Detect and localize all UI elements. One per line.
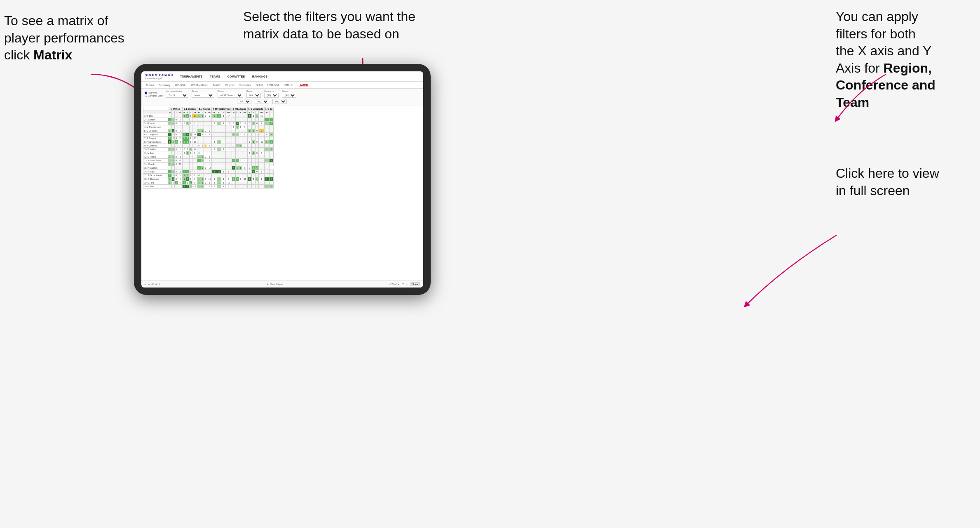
filter-division-select[interactable]: NCAA Division I [218,93,243,98]
tab-players-summary[interactable]: Summary [238,83,252,87]
matrix-cell [178,185,183,189]
filter-region-select-2[interactable]: N/A [237,99,251,104]
filter-players-select-2[interactable]: (All) [272,99,287,104]
toolbar-expand-icon[interactable]: ⤢ [406,283,408,285]
matrix-cell [269,137,273,140]
nav-committee[interactable]: COMMITTEE [226,74,246,79]
matrix-cell: 0 [178,174,183,177]
matrix-cell [269,129,273,133]
table-row: 8. P Summerhays512-40220-1601010-1312 [143,140,274,144]
tab-summary[interactable]: Summary [157,83,171,87]
matrix-container[interactable]: 1. W Ding 2. L Clanton 3. J Koivun 4. M … [141,106,423,280]
toolbar-link[interactable]: 🔗 [151,283,154,285]
matrix-cell: 1 [171,122,175,125]
matrix-cell: 8 [225,170,232,174]
matrix-cell: 1 [171,170,175,174]
matrix-cell: 2 [189,181,192,185]
matrix-cell [201,118,204,122]
filter-gender-select[interactable]: Men's [192,93,214,98]
tab-teams[interactable]: Teams [145,83,155,87]
matrix-cell [204,170,207,174]
matrix-cell [183,129,186,133]
matrix-cell: 1 [217,140,221,144]
matrix-cell: 9 [204,144,207,148]
tab-detail[interactable]: Detail [254,83,264,87]
matrix-cell [221,151,226,155]
matrix-cell [197,148,201,151]
matrix-cell [242,155,247,159]
matrix-cell [204,122,207,125]
tab-h2h-he[interactable]: H2H He... [282,83,297,87]
filter-conference-select[interactable]: (All) [264,93,279,98]
table-row: 20. M Ford331-111101010711 [143,185,274,189]
matrix-cell: -13 [259,140,264,144]
matrix-cell [255,174,259,177]
matrix-cell: 5 [171,129,175,133]
tab-h2h-heatmap[interactable]: H2H Heatmap [190,83,209,87]
matrix-cell [259,125,264,129]
toolbar-redo[interactable]: ↪ [148,283,150,285]
radio-full-view[interactable]: Full View [145,92,162,94]
matrix-cell: -18 [178,133,183,137]
radio-compact-view[interactable]: Compact View [145,94,162,97]
matrix-cell [269,170,273,174]
filter-players-select[interactable]: (All) [282,93,296,98]
matrix-cell: 0 [171,181,175,185]
matrix-cell [178,114,183,118]
radio-full-label: Full View [148,92,157,94]
table-row: 5. M La Sasso150611011100 [143,129,274,133]
matrix-cell: 2 [186,140,190,144]
th-m-thor: 4. M Thorbjornsen [212,107,232,111]
matrix-cell: 1 [197,181,201,185]
matrix-cell [217,163,221,166]
nav-tournaments[interactable]: TOURNAMENTS [178,74,204,79]
tab-h2h-grid[interactable]: H2H Grid [174,83,188,87]
th-c-lamp: 6. C Lamprecht [247,107,264,111]
matrix-cell [269,118,273,122]
matrix-cell [183,159,186,163]
toolbar-grid[interactable]: ⊞ [155,283,157,285]
row-player-name: 3. J Koivun [143,122,168,125]
filter-max-players-select[interactable]: Top 25 [166,93,188,98]
matrix-cell [239,174,242,177]
matrix-cell: 1 [168,159,172,163]
matrix-cell [217,166,221,170]
tab-matrix[interactable]: Matrix [212,83,222,87]
th-l2: L [186,111,190,114]
matrix-cell: 4 [232,166,235,170]
matrix-cell [252,174,256,177]
nav-teams[interactable]: TEAMS [208,74,222,79]
filters-row: Full View Compact View Max players in vi… [141,89,423,106]
matrix-cell: 0 [221,185,226,189]
share-button[interactable]: Share [410,282,420,286]
matrix-cell: 1 [264,148,269,151]
matrix-cell: 0 [247,140,251,144]
tab-players[interactable]: Players [224,83,236,87]
matrix-cell [264,137,269,140]
matrix-cell: 1 [201,159,204,163]
matrix-cell [192,163,197,166]
th-g-sa: 7. G Sa [264,107,273,111]
toolbar-screen-icon[interactable]: ⛶ [402,283,404,285]
tab-h2h-grid-2[interactable]: H2H Grid [266,83,280,87]
matrix-cell: 0 [175,170,178,174]
matrix-cell: 0 [189,170,192,174]
matrix-cell [239,114,242,118]
matrix-cell [247,155,251,159]
matrix-cell: 0 [189,151,192,155]
row-player-name: 15. P Maichon [143,166,168,170]
th-l3: L [201,111,204,114]
matrix-cell [239,129,242,133]
tab-matrix-active[interactable]: Matrix [299,83,309,87]
toolbar-undo[interactable]: ↩ [145,283,146,285]
toolbar-watch[interactable]: ⊙ Watch ▾ [389,283,399,285]
filter-conference-select-2[interactable]: (All) [255,99,269,104]
matrix-cell [264,163,269,166]
toolbar-settings[interactable]: ⚙ [159,283,160,285]
matrix-cell: 1 [168,163,172,166]
nav-rankings[interactable]: RANKINGS [251,74,269,79]
matrix-cell: 0 [242,166,247,170]
row-player-name: 16. K Vilips [143,170,168,174]
filter-region-select[interactable]: N/A [246,93,261,98]
matrix-cell [232,170,235,174]
